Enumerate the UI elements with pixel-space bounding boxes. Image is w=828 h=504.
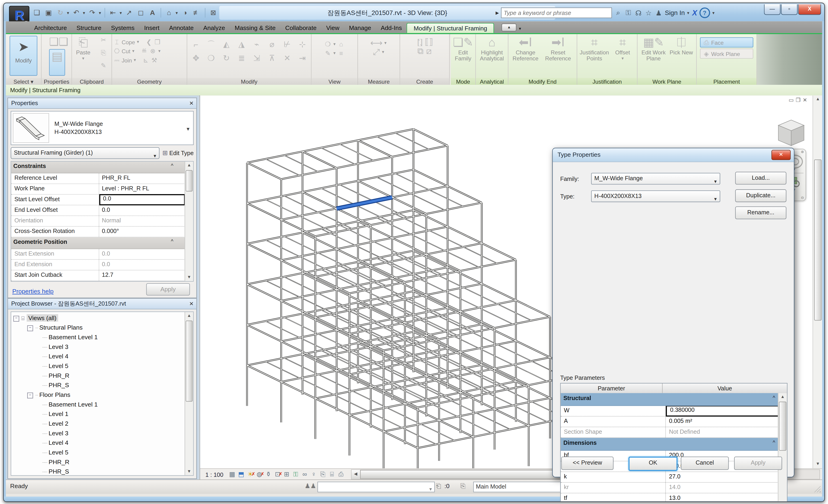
cut-label[interactable]: Cut [122,48,130,54]
param-row[interactable]: Section ShapeNot Defined [561,427,778,438]
project-browser-close-icon[interactable]: ✕ [189,299,194,309]
dialog-apply-button[interactable]: Apply [734,457,782,470]
sun-path-icon[interactable]: ☀✗ [246,470,255,479]
visual-style-icon[interactable]: ⬒ [237,470,246,479]
tab-structure[interactable]: Structure [72,23,106,33]
save-icon[interactable]: ▣ [43,8,54,18]
create-group-icon[interactable]: ⦍⦎ [416,37,423,47]
reveal-hidden-elements-icon[interactable]: ♀ [309,470,318,479]
close-inactive-views-icon[interactable]: ⊠ [208,8,218,18]
property-row[interactable]: Reference LevelPHR_R FL [11,173,185,184]
scroll-left-icon[interactable]: ◀ [351,470,360,479]
scale-icon[interactable]: ⇲ [253,53,260,63]
tree-item[interactable]: ┄┄ PHR_R [11,371,185,380]
type-selector-caret-icon[interactable]: ▼ [186,127,191,132]
rotate-icon[interactable]: ↻ [223,53,230,63]
tab-add-ins[interactable]: Add-Ins [376,23,407,33]
properties-close-icon[interactable]: ✕ [189,98,194,108]
sign-in-label[interactable]: Sign In [665,9,685,16]
column-parameter[interactable]: Parameter [561,383,662,393]
displace-elements-icon[interactable]: ⎙ [337,470,345,479]
section-geometric-position[interactable]: Geometric Position^ [11,237,185,249]
tab-massing-site[interactable]: Massing & Site [230,23,280,33]
scroll-down-icon[interactable]: ▼ [185,274,193,281]
type-selector[interactable]: M_W-Wide FlangeH-400X200X8X13 ▼ [11,111,194,145]
property-row[interactable]: Start Extension0.0 [11,249,185,260]
show-crop-region-icon[interactable]: ⊞ [282,470,291,479]
tree-item[interactable]: ┄┄ Level 2 [11,419,185,428]
scroll-down-icon[interactable]: ▼ [185,468,193,475]
project-browser-header[interactable]: Project Browser - 잠원동AS센터_201507.rvt✕ [8,299,196,309]
pick-new-button[interactable]: ⎅ Pick New [670,36,693,74]
tree-item[interactable]: ┄┄ Level 3 [11,342,185,352]
temporary-view-properties-icon[interactable]: ⌸ [327,470,336,479]
canvas-vertical-scrollbar[interactable]: ▲ ▼ [813,95,822,469]
tag-icon[interactable]: ◻ [135,8,146,18]
join-label[interactable]: Join [122,57,132,63]
scroll-up-icon[interactable]: ▲ [185,312,193,320]
detail-level-icon[interactable]: ▦ [227,470,237,479]
unlocked-view-icon[interactable]: ⚿ [291,470,300,479]
tab-manage[interactable]: Manage [344,23,376,33]
change-reference-button[interactable]: ⬅Ⅰ Change Reference [510,36,541,74]
modify-tool-button[interactable]: ➤ Modify [10,36,37,76]
thin-lines-icon[interactable]: ≢ [191,8,202,18]
justification-points-button[interactable]: ⌗ Justification Points [579,36,609,74]
tree-floor-plans[interactable]: −┄ Floor Plans [11,390,185,400]
tree-item[interactable]: ┄┄ Basement Level 1 [11,400,185,409]
navbar-options-icon[interactable]: ⊖ [801,196,804,200]
properties-apply-button[interactable]: Apply [146,283,190,295]
offset-tool-icon[interactable]: ⌒ [207,39,215,49]
type-combo[interactable]: H-400X200X8X13▼ [591,191,720,202]
text-icon[interactable]: A [147,8,158,18]
properties-scrollbar[interactable]: ▲ ▼ [184,162,193,281]
mirror-axis-icon[interactable]: ◮ [238,39,245,49]
placement-work-plane-button[interactable]: ◈Work Plane [700,49,753,59]
sign-in-user-icon[interactable]: ♟ [655,9,663,17]
demolish-icon[interactable]: ⚒ [151,56,158,64]
dialog-titlebar[interactable]: Type Properties ✕ [553,148,794,162]
tree-structural-plans[interactable]: −┄ Structural Plans [11,323,185,332]
beam-joins-icon[interactable]: ≝ [140,47,148,55]
properties-help-link[interactable]: Properties help [12,288,53,295]
property-row[interactable]: Cross-Section Rotation0.000° [11,227,185,237]
editing-requests-icon[interactable]: ⎗ [436,482,441,490]
join-icon[interactable]: ⎓ [113,56,121,64]
tab-collaborate[interactable]: Collaborate [280,23,321,33]
cope-icon[interactable]: ⌶ [113,38,121,45]
property-row[interactable]: OrientationNormal [11,216,185,226]
search-icon[interactable]: ⌕ [614,8,622,17]
tab-architecture[interactable]: Architecture [29,23,72,33]
measure-icon[interactable]: ⇤ [108,8,118,18]
design-options-icon[interactable]: ⎘ [460,482,465,490]
search-input[interactable] [501,7,612,18]
resize-grip[interactable] [814,486,821,492]
move-icon[interactable]: ✥ [192,53,200,63]
mirror-pick-icon[interactable]: ◭ [223,39,230,49]
ok-button[interactable]: OK [628,457,677,471]
tree-item[interactable]: ┄┄ PHR_S [11,467,185,476]
tab-insert[interactable]: Insert [139,23,164,33]
override-lines-icon[interactable]: ≡ [337,49,345,57]
param-row-selected[interactable]: W0.380000 [561,406,778,416]
tab-annotate[interactable]: Annotate [164,23,199,33]
measure-ruler-icon[interactable]: ⟷ [370,38,382,48]
align-icon[interactable]: ⌐ [192,40,200,49]
restore-button[interactable]: ▫ [781,4,797,15]
placement-face-button[interactable]: ⎙Face [700,37,753,47]
paint-icon[interactable]: ⊾ [142,56,150,64]
tab-systems[interactable]: Systems [106,23,139,33]
undo-icon[interactable]: ↶ [71,8,82,18]
tree-item[interactable]: ┄┄ PHR_S [11,380,185,390]
worksets-combo[interactable]: ▼ [318,481,435,492]
param-row[interactable]: tf13.0 [561,493,778,502]
param-row[interactable]: k27.0 [561,472,778,482]
close-button[interactable]: X [798,4,821,15]
tree-item[interactable]: ┄┄ Basement Level 1 [11,332,185,342]
temporary-hide-isolate-icon[interactable]: ∞ [300,470,309,479]
design-options-combo[interactable]: Main Model▼ [473,481,568,492]
paste-button[interactable]: ⎗ Paste▼ [74,36,92,75]
tab-analyze[interactable]: Analyze [199,23,230,33]
ribbon-collapse-caret-icon[interactable]: ▼ [518,27,522,31]
trim-icon[interactable]: ⊬ [284,39,291,49]
